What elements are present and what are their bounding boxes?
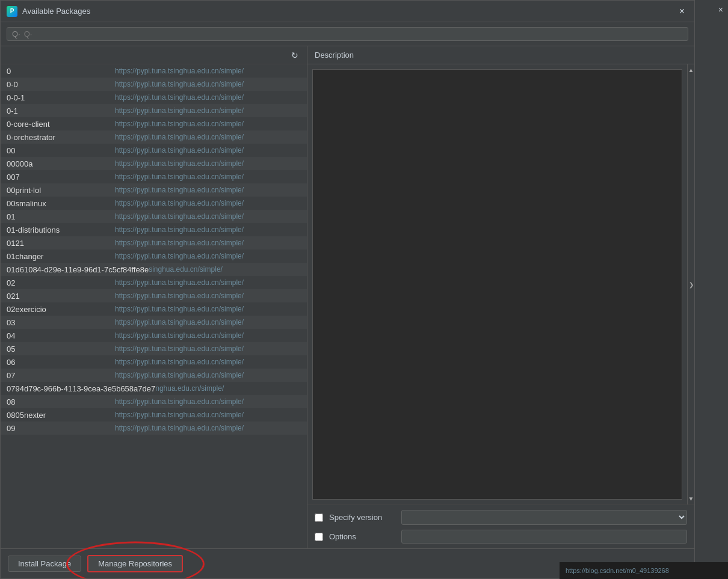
package-name: 0-1 [7, 106, 115, 115]
package-row[interactable]: 02exerciciohttps://pypi.tuna.tsinghua.ed… [1, 302, 307, 316]
package-name: 09 [7, 424, 115, 433]
description-section: Description ▲ ❯ ▼ Specif [307, 46, 694, 548]
package-url: https://pypi.tuna.tsinghua.edu.cn/simple… [115, 120, 301, 128]
package-name: 02exercicio [7, 305, 115, 314]
package-name: 08 [7, 397, 115, 406]
package-row[interactable]: 03https://pypi.tuna.tsinghua.edu.cn/simp… [1, 316, 307, 329]
search-input[interactable] [24, 29, 683, 38]
package-name: 01d61084-d29e-11e9-96d1-7c5cf84ffe8e [7, 265, 149, 274]
title-left: P Available Packages [7, 6, 90, 17]
package-row[interactable]: 00000ahttps://pypi.tuna.tsinghua.edu.cn/… [1, 157, 307, 170]
package-name: 04 [7, 331, 115, 340]
scroll-mid-arrow[interactable]: ❯ [689, 279, 694, 290]
search-icon: Q· [12, 29, 20, 38]
package-row[interactable]: 08https://pypi.tuna.tsinghua.edu.cn/simp… [1, 395, 307, 408]
package-row[interactable]: 0805nexterhttps://pypi.tuna.tsinghua.edu… [1, 408, 307, 421]
package-row[interactable]: 0-1https://pypi.tuna.tsinghua.edu.cn/sim… [1, 104, 307, 117]
package-name: 00000a [7, 159, 115, 168]
install-package-button[interactable]: Install Package [8, 556, 81, 572]
package-url: https://pypi.tuna.tsinghua.edu.cn/simple… [115, 106, 301, 115]
package-url: https://pypi.tuna.tsinghua.edu.cn/simple… [115, 305, 301, 313]
package-row[interactable]: 0https://pypi.tuna.tsinghua.edu.cn/simpl… [1, 64, 307, 78]
package-row[interactable]: 04https://pypi.tuna.tsinghua.edu.cn/simp… [1, 329, 307, 342]
options-row: Options [315, 530, 687, 544]
package-url: https://pypi.tuna.tsinghua.edu.cn/simple… [115, 424, 301, 432]
package-url: https://pypi.tuna.tsinghua.edu.cn/simple… [115, 371, 301, 379]
options-area: Specify version Options [307, 504, 694, 548]
manage-repositories-button[interactable]: Manage Repositories [87, 555, 183, 572]
specify-version-label: Specify version [329, 513, 395, 522]
package-row[interactable]: 02https://pypi.tuna.tsinghua.edu.cn/simp… [1, 276, 307, 289]
description-scrollbar[interactable]: ▲ ❯ ▼ [687, 64, 694, 504]
package-row[interactable]: 05https://pypi.tuna.tsinghua.edu.cn/simp… [1, 342, 307, 355]
status-url: https://blog.csdn.net/m0_49139268 [566, 567, 669, 574]
description-label: Description [315, 51, 354, 60]
app-icon: P [7, 6, 17, 17]
package-row[interactable]: 01https://pypi.tuna.tsinghua.edu.cn/simp… [1, 210, 307, 223]
description-body [312, 69, 682, 500]
package-name: 0805nexter [7, 411, 115, 420]
dialog-body: Q· ↻ 0https://pypi.tuna.tsinghua.edu.cn/… [1, 22, 694, 578]
version-dropdown[interactable] [401, 510, 687, 525]
package-row[interactable]: 021https://pypi.tuna.tsinghua.edu.cn/sim… [1, 289, 307, 302]
package-name: 00print-lol [7, 186, 115, 195]
package-row[interactable]: 007https://pypi.tuna.tsinghua.edu.cn/sim… [1, 170, 307, 183]
package-row[interactable]: 0-0https://pypi.tuna.tsinghua.edu.cn/sim… [1, 78, 307, 91]
package-name: 0121 [7, 239, 115, 248]
package-row[interactable]: 0-0-1https://pypi.tuna.tsinghua.edu.cn/s… [1, 91, 307, 104]
package-name: 0 [7, 67, 115, 76]
package-url: https://pypi.tuna.tsinghua.edu.cn/simple… [115, 345, 301, 353]
options-input[interactable] [401, 530, 687, 544]
dialog-close-button[interactable]: × [676, 5, 688, 18]
package-list[interactable]: 0https://pypi.tuna.tsinghua.edu.cn/simpl… [1, 64, 307, 548]
package-row[interactable]: 00print-lolhttps://pypi.tuna.tsinghua.ed… [1, 183, 307, 197]
package-name: 02 [7, 278, 115, 287]
specify-version-checkbox[interactable] [315, 513, 323, 522]
package-name: 03 [7, 318, 115, 327]
package-url: https://pypi.tuna.tsinghua.edu.cn/simple… [115, 278, 301, 287]
package-url: singhua.edu.cn/simple/ [149, 265, 301, 274]
package-row[interactable]: 01d61084-d29e-11e9-96d1-7c5cf84ffe8esing… [1, 263, 307, 276]
search-bar: Q· [1, 22, 694, 46]
package-name: 007 [7, 173, 115, 182]
refresh-button[interactable]: ↻ [288, 49, 302, 61]
package-url: https://pypi.tuna.tsinghua.edu.cn/simple… [115, 67, 301, 75]
package-row[interactable]: 0-orchestratorhttps://pypi.tuna.tsinghua… [1, 130, 307, 144]
options-checkbox[interactable] [315, 533, 323, 541]
package-row[interactable]: 00smalinuxhttps://pypi.tuna.tsinghua.edu… [1, 197, 307, 210]
package-list-section: ↻ 0https://pypi.tuna.tsinghua.edu.cn/sim… [1, 46, 307, 548]
scroll-up-arrow[interactable]: ▲ [688, 64, 694, 76]
package-row[interactable]: 0-core-clienthttps://pypi.tuna.tsinghua.… [1, 117, 307, 130]
package-name: 021 [7, 292, 115, 301]
package-url: https://pypi.tuna.tsinghua.edu.cn/simple… [115, 159, 301, 168]
package-name: 06 [7, 358, 115, 367]
package-row[interactable]: 06https://pypi.tuna.tsinghua.edu.cn/simp… [1, 355, 307, 369]
package-row[interactable]: 01changerhttps://pypi.tuna.tsinghua.edu.… [1, 250, 307, 263]
package-row[interactable]: 01-distributionshttps://pypi.tuna.tsingh… [1, 223, 307, 236]
package-row[interactable]: 00https://pypi.tuna.tsinghua.edu.cn/simp… [1, 144, 307, 157]
package-name: 01 [7, 212, 115, 221]
options-label: Options [329, 532, 395, 541]
package-row[interactable]: 09https://pypi.tuna.tsinghua.edu.cn/simp… [1, 421, 307, 435]
package-url: https://pypi.tuna.tsinghua.edu.cn/simple… [115, 358, 301, 366]
package-url: https://pypi.tuna.tsinghua.edu.cn/simple… [115, 397, 301, 406]
package-url: https://pypi.tuna.tsinghua.edu.cn/simple… [115, 146, 301, 155]
package-name: 0-0-1 [7, 93, 115, 102]
package-url: https://pypi.tuna.tsinghua.edu.cn/simple… [115, 292, 301, 300]
package-name: 07 [7, 371, 115, 380]
package-name: 01changer [7, 252, 115, 261]
package-row[interactable]: 0121https://pypi.tuna.tsinghua.edu.cn/si… [1, 236, 307, 250]
package-url: https://pypi.tuna.tsinghua.edu.cn/simple… [115, 225, 301, 234]
ide-close-button[interactable]: × [718, 5, 723, 14]
ide-close-area: × [694, 0, 728, 19]
package-row[interactable]: 0794d79c-966b-4113-9cea-3e5b658a7de7nghu… [1, 382, 307, 395]
dialog-title-bar: P Available Packages × [1, 1, 694, 22]
package-url: https://pypi.tuna.tsinghua.edu.cn/simple… [115, 252, 301, 260]
scroll-down-arrow[interactable]: ▼ [688, 493, 694, 504]
package-name: 05 [7, 345, 115, 354]
package-url: https://pypi.tuna.tsinghua.edu.cn/simple… [115, 199, 301, 207]
package-row[interactable]: 07https://pypi.tuna.tsinghua.edu.cn/simp… [1, 369, 307, 382]
available-packages-dialog: P Available Packages × Q· ↻ 0https://pyp… [0, 0, 695, 579]
search-wrapper: Q· [7, 27, 688, 41]
dialog-title: Available Packages [22, 7, 90, 16]
